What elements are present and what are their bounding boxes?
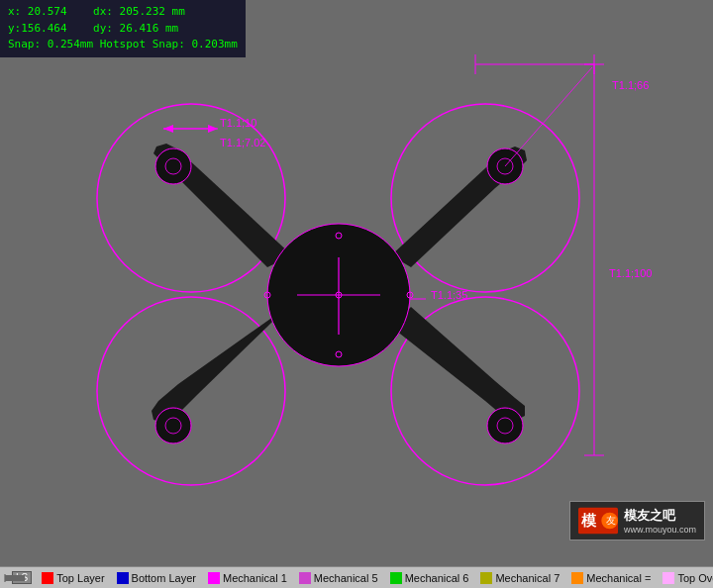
mech5-color bbox=[299, 572, 311, 584]
layer-mech1[interactable]: Mechanical 1 bbox=[202, 572, 293, 584]
svg-point-26 bbox=[487, 408, 523, 443]
status-bar: LS Top Layer Bottom Layer Mechanical 1 M… bbox=[0, 566, 713, 588]
svg-text:T1.1;10: T1.1;10 bbox=[220, 117, 256, 129]
layer-mech5[interactable]: Mechanical 5 bbox=[293, 572, 384, 584]
mech5-label: Mechanical 5 bbox=[314, 572, 378, 584]
svg-text:T1.1;7.02: T1.1;7.02 bbox=[220, 137, 265, 148]
svg-text:T1.1;100: T1.1;100 bbox=[609, 267, 652, 279]
scroll-bar[interactable] bbox=[4, 574, 6, 582]
layer-mech7[interactable]: Mechanical 7 bbox=[474, 572, 565, 584]
mech1-color bbox=[208, 572, 220, 584]
layer-bottom[interactable]: Bottom Layer bbox=[111, 572, 202, 584]
mech6-label: Mechanical 6 bbox=[405, 572, 469, 584]
mech7-color bbox=[480, 572, 492, 584]
top-layer-label: Top Layer bbox=[56, 572, 104, 584]
top-layer-color bbox=[42, 572, 53, 584]
mech-eq-color bbox=[571, 572, 583, 584]
mech7-label: Mechanical 7 bbox=[495, 572, 560, 584]
svg-text:模: 模 bbox=[580, 512, 597, 529]
svg-text:友: 友 bbox=[605, 515, 615, 526]
bottom-layer-label: Bottom Layer bbox=[132, 572, 196, 584]
bottom-layer-color bbox=[117, 572, 129, 584]
dy-coord: dy: 26.416 mm bbox=[93, 22, 178, 35]
layer-top[interactable]: Top Layer bbox=[36, 572, 110, 584]
layer-top-ovl[interactable]: Top Overl... bbox=[657, 572, 713, 584]
y-coord: y:156.464 bbox=[8, 22, 67, 35]
watermark: 模 友 模友之吧 www.mouyou.com bbox=[569, 501, 705, 540]
top-ovl-color bbox=[662, 572, 674, 584]
dx-coord: dx: 205.232 mm bbox=[93, 5, 185, 18]
watermark-url: www.mouyou.com bbox=[624, 525, 696, 535]
layer-mech6[interactable]: Mechanical 6 bbox=[384, 572, 475, 584]
pcb-canvas[interactable]: x: 20.574 dx: 205.232 mm y:156.464 dy: 2… bbox=[0, 0, 713, 548]
svg-text:T1.1;35: T1.1;35 bbox=[431, 289, 467, 301]
snap-info: Snap: 0.254mm Hotspot Snap: 0.203mm bbox=[8, 38, 238, 50]
svg-point-24 bbox=[155, 408, 191, 443]
watermark-logo: 模 友 bbox=[578, 506, 618, 536]
svg-text:T1.1;66: T1.1;66 bbox=[612, 79, 649, 91]
watermark-site: 模友之吧 bbox=[624, 507, 696, 525]
mech-eq-label: Mechanical = bbox=[586, 572, 651, 584]
x-coord: x: 20.574 bbox=[8, 5, 67, 18]
svg-point-20 bbox=[155, 148, 191, 184]
layer-mech-eq[interactable]: Mechanical = bbox=[565, 572, 657, 584]
mech6-color bbox=[390, 572, 402, 584]
info-bar: x: 20.574 dx: 205.232 mm y:156.464 dy: 2… bbox=[0, 0, 246, 57]
top-ovl-label: Top Overl... bbox=[677, 572, 713, 584]
mech1-label: Mechanical 1 bbox=[223, 572, 287, 584]
